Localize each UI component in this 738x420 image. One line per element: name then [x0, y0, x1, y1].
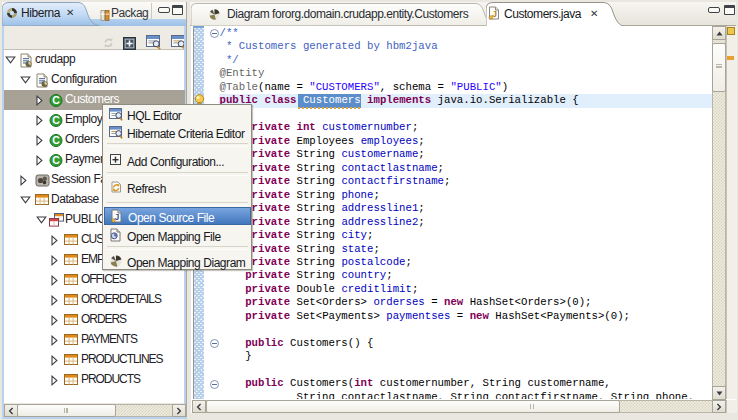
svg-text:C: C [52, 114, 60, 126]
svg-text:C: C [52, 154, 60, 166]
svg-text:C: C [52, 134, 60, 146]
svg-text:C: C [52, 94, 60, 106]
